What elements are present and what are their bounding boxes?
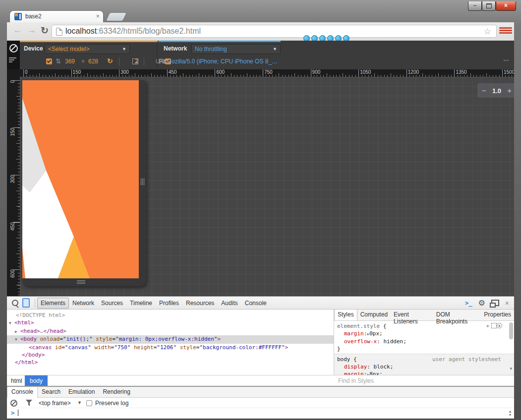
media-queries-icon[interactable]: [9, 56, 16, 63]
device-height-field[interactable]: 628: [88, 58, 98, 65]
tab-console[interactable]: Console: [241, 298, 270, 309]
console-tab-rendering[interactable]: Rendering: [99, 387, 134, 397]
breadcrumb-html[interactable]: html: [11, 377, 22, 384]
forward-button[interactable]: →: [27, 25, 36, 36]
sidebar-tab-dom-breakpoints[interactable]: DOM Breakpoints: [433, 310, 481, 320]
css-value[interactable]: 0px;: [369, 330, 383, 337]
tab-elements[interactable]: Elements: [37, 298, 69, 309]
css-property[interactable]: overflow-x: [337, 338, 377, 345]
device-right-handle[interactable]: [141, 178, 145, 185]
console-prompt[interactable]: > ▴▾: [7, 408, 514, 419]
browser-tab[interactable]: base2 ×: [10, 11, 103, 22]
device-model-select[interactable]: <Select model> ▼: [45, 44, 130, 54]
dom-line[interactable]: </body>: [7, 351, 334, 359]
url-bar[interactable]: localhost:63342/html5/blog/base2.html ☆: [52, 25, 497, 38]
sidebar-tab-properties[interactable]: Properties: [481, 310, 514, 320]
devtools-panel: ElementsNetworkSourcesTimelineProfilesRe…: [7, 296, 514, 418]
frame-select[interactable]: <top frame>: [39, 400, 71, 407]
dom-line[interactable]: <!DOCTYPE html>: [7, 312, 334, 319]
tab-sources[interactable]: Sources: [98, 298, 126, 309]
styles-scrollbar-thumb[interactable]: [509, 322, 513, 339]
inspect-element-icon[interactable]: [12, 300, 18, 306]
refresh-icon[interactable]: ↻: [107, 57, 113, 65]
tab-audits[interactable]: Audits: [218, 298, 241, 309]
console-drawer-toggle-icon[interactable]: >_: [465, 300, 472, 307]
css-property[interactable]: margin: [337, 371, 364, 375]
filter-icon[interactable]: [26, 400, 32, 406]
dom-line[interactable]: </html>: [7, 359, 334, 366]
window-close-button[interactable]: ×: [496, 1, 516, 11]
disable-emulation-icon[interactable]: [9, 44, 18, 52]
device-bottom-handle[interactable]: [77, 280, 85, 284]
console-tab-console[interactable]: Console: [7, 387, 38, 398]
style-rule-element[interactable]: element.style { + margin:▶0px; overflow-…: [334, 321, 514, 354]
text-cursor: [18, 410, 18, 416]
back-button[interactable]: ←: [13, 25, 22, 36]
device-width-field[interactable]: 369: [65, 58, 75, 65]
css-value[interactable]: block;: [374, 364, 394, 370]
ruler-label: 1200: [406, 69, 419, 75]
dom-line[interactable]: ▼<html>: [7, 319, 334, 327]
sidebar-tab-computed[interactable]: Computed: [357, 310, 391, 320]
element-state-icon[interactable]: [491, 323, 497, 328]
url-text[interactable]: localhost:63342/html5/blog/base2.html: [65, 27, 201, 36]
console-toolbar: <top frame> ▼ Preserve log: [7, 398, 514, 408]
user-agent-field[interactable]: Mozilla/5.0 (iPhone; CPU iPhone OS 8_…: [167, 58, 282, 65]
new-tab-button[interactable]: [106, 13, 126, 21]
ruler-label: 600: [10, 269, 15, 279]
swap-dimensions-icon[interactable]: ⇅: [56, 57, 61, 65]
dom-line[interactable]: ▶<head>…</head>: [7, 327, 334, 335]
tab-resources[interactable]: Resources: [182, 298, 218, 309]
window-maximize-button[interactable]: [482, 1, 496, 11]
chrome-menu-button[interactable]: [499, 27, 512, 36]
tab-network[interactable]: Network: [69, 298, 98, 309]
emulation-icon-column: [7, 41, 20, 69]
zoom-out-button[interactable]: −: [482, 86, 486, 95]
dom-line[interactable]: <canvas id="canvas" width="750" height="…: [7, 344, 334, 351]
device-pixel-ratio-value[interactable]: 2: [135, 58, 138, 65]
sidebar-tab-styles[interactable]: Styles: [334, 310, 357, 320]
dock-side-icon[interactable]: [491, 300, 499, 306]
css-value[interactable]: hidden;: [383, 338, 406, 345]
scroll-down-icon[interactable]: ▾: [510, 366, 512, 371]
devtools-close-icon[interactable]: ×: [505, 299, 509, 307]
rule-selector: element.style: [337, 323, 380, 329]
bookmark-star-icon[interactable]: ☆: [484, 26, 491, 37]
dimensions-checkbox[interactable]: [46, 58, 52, 64]
clear-console-icon[interactable]: [10, 400, 17, 407]
ruler-label: 300: [119, 69, 129, 75]
find-in-styles-input[interactable]: Find in Styles: [338, 377, 374, 384]
css-property[interactable]: margin: [337, 330, 364, 337]
more-options-icon[interactable]: …: [503, 55, 509, 62]
toolbar-separator: [144, 57, 144, 65]
animations-icon[interactable]: [497, 323, 502, 328]
css-property[interactable]: display: [337, 364, 367, 370]
breadcrumb-body[interactable]: body: [25, 375, 48, 386]
ruler-label: 1050: [358, 69, 371, 75]
console-tab-emulation[interactable]: Emulation: [64, 387, 99, 397]
console-prompt-icon: >: [11, 410, 14, 417]
style-rule-body[interactable]: body { user agent stylesheet display: bl…: [334, 354, 514, 375]
network-section-accent: [159, 41, 281, 42]
zoom-in-button[interactable]: +: [507, 86, 512, 95]
emulation-toolbar: Device <Select model> ▼ ⇅ 369 × 628 ↻ 2 …: [7, 41, 514, 69]
times-separator: ×: [81, 58, 85, 65]
gear-icon[interactable]: ⚙: [478, 298, 485, 308]
styles-tab-strip: StylesComputedEvent ListenersDOM Breakpo…: [334, 310, 514, 321]
window-minimize-button[interactable]: –: [468, 1, 482, 11]
add-style-icon[interactable]: +: [486, 323, 491, 329]
tab-profiles[interactable]: Profiles: [156, 298, 182, 309]
console-tab-search[interactable]: Search: [38, 387, 64, 397]
device-mode-icon[interactable]: [22, 298, 30, 308]
network-throttling-select[interactable]: No throttling ▼: [191, 44, 281, 54]
resize-handle-icon[interactable]: ▴▾: [509, 410, 511, 417]
tab-close-icon[interactable]: ×: [96, 12, 100, 20]
dom-line[interactable]: ▼<body onload="init();" style="margin: 0…: [7, 335, 334, 343]
sidebar-tab-event-listeners[interactable]: Event Listeners: [391, 310, 433, 320]
tab-timeline[interactable]: Timeline: [126, 298, 156, 309]
css-value[interactable]: 8px;: [369, 371, 383, 375]
panel-splitter[interactable]: [334, 310, 334, 386]
ruler-label: 600: [215, 69, 225, 75]
reload-button[interactable]: ↻: [41, 25, 49, 36]
preserve-log-checkbox[interactable]: [86, 400, 92, 406]
